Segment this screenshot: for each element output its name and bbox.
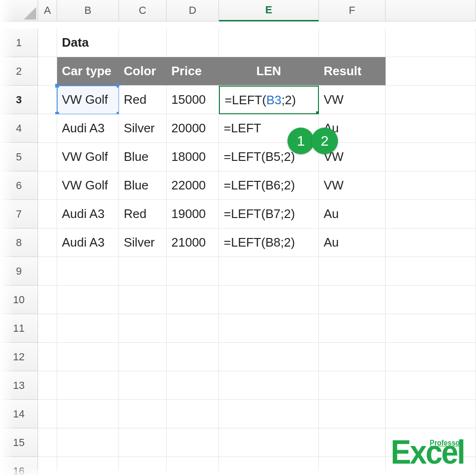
cell[interactable] (57, 428, 119, 457)
cell-g4[interactable] (386, 114, 476, 143)
cell-c6[interactable]: Blue (119, 171, 167, 200)
table-header-len[interactable]: LEN (219, 57, 319, 86)
cell-a4[interactable] (38, 114, 57, 143)
cell-b8[interactable]: Audi A3 (57, 228, 119, 257)
cell[interactable] (167, 343, 219, 371)
cell[interactable] (57, 457, 119, 476)
cell-e7[interactable]: =LEFT(B7;2) (219, 200, 319, 228)
cell-a5[interactable] (38, 143, 57, 171)
row-header-15[interactable]: 15 (0, 428, 38, 457)
row-header-13[interactable]: 13 (0, 371, 38, 400)
row-header-14[interactable]: 14 (0, 400, 38, 428)
cell-d3[interactable]: 15000 (167, 86, 219, 114)
cell-a8[interactable] (38, 228, 57, 257)
cell[interactable] (57, 371, 119, 400)
col-header-extra[interactable] (386, 0, 476, 21)
cell[interactable] (219, 314, 319, 343)
cell[interactable] (57, 314, 119, 343)
col-header-b[interactable]: B (57, 0, 119, 21)
cell[interactable] (319, 457, 386, 476)
cell[interactable] (38, 343, 57, 371)
cell-f8[interactable]: Au (319, 228, 386, 257)
cell-c5[interactable]: Blue (119, 143, 167, 171)
cell-c7[interactable]: Red (119, 200, 167, 228)
cell[interactable] (167, 257, 219, 286)
row-header-9[interactable]: 9 (0, 257, 38, 286)
table-header-result[interactable]: Result (319, 57, 386, 86)
cell[interactable] (319, 428, 386, 457)
cell[interactable] (57, 400, 119, 428)
cell[interactable] (119, 371, 167, 400)
cell-a6[interactable] (38, 171, 57, 200)
cell-e3-editing[interactable]: =LEFT(B3;2) (219, 86, 319, 114)
row-header-4[interactable]: 4 (0, 114, 38, 143)
col-header-e[interactable]: E (219, 0, 319, 21)
cell[interactable] (319, 314, 386, 343)
cell[interactable] (119, 400, 167, 428)
cell[interactable] (219, 457, 319, 476)
cell-b4[interactable]: Audi A3 (57, 114, 119, 143)
cell[interactable] (319, 371, 386, 400)
row-header-16[interactable]: 16 (0, 457, 38, 476)
row-header-10[interactable]: 10 (0, 286, 38, 314)
row-header-11[interactable]: 11 (0, 314, 38, 343)
cell[interactable] (386, 286, 476, 314)
row-header-1[interactable]: 1 (0, 29, 38, 57)
table-header-color[interactable]: Color (119, 57, 167, 86)
col-header-d[interactable]: D (167, 0, 219, 21)
cell[interactable] (119, 428, 167, 457)
cell[interactable] (219, 371, 319, 400)
col-header-f[interactable]: F (319, 0, 386, 21)
cell[interactable] (386, 257, 476, 286)
cell-g1[interactable] (386, 29, 476, 57)
cell-a2[interactable] (38, 57, 57, 86)
cell[interactable] (119, 314, 167, 343)
cell-d5[interactable]: 18000 (167, 143, 219, 171)
row-header-6[interactable]: 6 (0, 171, 38, 200)
row-header-3[interactable]: 3 (0, 86, 38, 114)
cell-b7[interactable]: Audi A3 (57, 200, 119, 228)
cell[interactable] (119, 286, 167, 314)
cell-g6[interactable] (386, 171, 476, 200)
cell-a7[interactable] (38, 200, 57, 228)
cell[interactable] (57, 343, 119, 371)
cell[interactable] (38, 371, 57, 400)
cell-c4[interactable]: Silver (119, 114, 167, 143)
cell[interactable] (38, 457, 57, 476)
cell-d1[interactable] (167, 29, 219, 57)
row-header-2[interactable]: 2 (0, 57, 38, 86)
cell[interactable] (219, 343, 319, 371)
cell-d8[interactable]: 21000 (167, 228, 219, 257)
cell[interactable] (38, 314, 57, 343)
cell-c1[interactable] (119, 29, 167, 57)
cell-a1[interactable] (38, 29, 57, 57)
cell[interactable] (167, 286, 219, 314)
cell[interactable] (38, 400, 57, 428)
spreadsheet-grid[interactable]: A B C D E F 1 Data 2 Car type Color Pric… (0, 0, 476, 476)
cell[interactable] (219, 400, 319, 428)
cell[interactable] (38, 257, 57, 286)
cell[interactable] (167, 428, 219, 457)
cell-a3[interactable] (38, 86, 57, 114)
cell-e8[interactable]: =LEFT(B8;2) (219, 228, 319, 257)
cell-g5[interactable] (386, 143, 476, 171)
cell[interactable] (219, 428, 319, 457)
cell-b6[interactable]: VW Golf (57, 171, 119, 200)
cell-f7[interactable]: Au (319, 200, 386, 228)
cell-b1[interactable]: Data (57, 29, 119, 57)
cell[interactable] (38, 428, 57, 457)
table-header-price[interactable]: Price (167, 57, 219, 86)
cell-d7[interactable]: 19000 (167, 200, 219, 228)
cell[interactable] (119, 257, 167, 286)
cell-g8[interactable] (386, 228, 476, 257)
cell[interactable] (319, 257, 386, 286)
col-header-c[interactable]: C (119, 0, 167, 21)
cell[interactable] (57, 257, 119, 286)
row-header-8[interactable]: 8 (0, 228, 38, 257)
cell[interactable] (319, 400, 386, 428)
table-header-car[interactable]: Car type (57, 57, 119, 86)
cell[interactable] (386, 314, 476, 343)
cell-g2[interactable] (386, 57, 476, 86)
cell[interactable] (386, 343, 476, 371)
row-header-12[interactable]: 12 (0, 343, 38, 371)
